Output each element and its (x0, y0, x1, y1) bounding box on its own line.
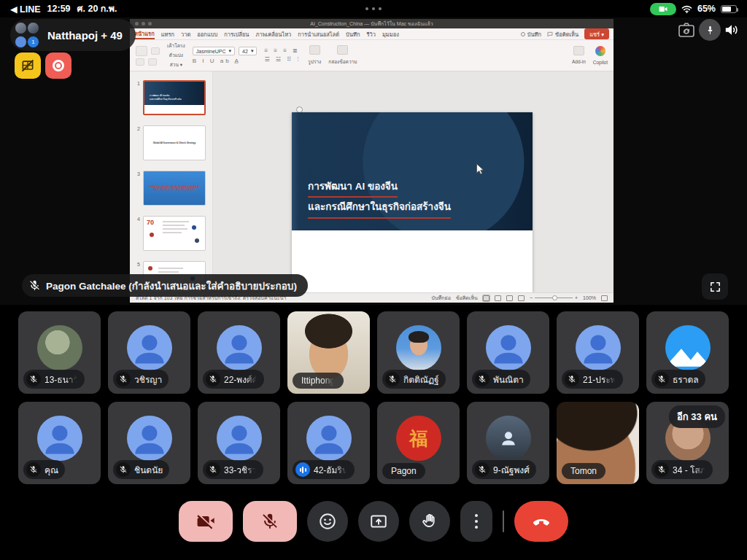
name-pill: 33-วชิรว (203, 460, 263, 479)
participant-avatar (396, 325, 441, 370)
slide-title: การพัฒนา AI ของจีน และกรณีศึกษาในธุรกิจก… (308, 177, 451, 219)
thumbnail-number: 4 (134, 216, 140, 251)
slide-thumbnail[interactable]: 3CHINA'S ECONOMIC DEVELOPMENT DRIVEN BY … (134, 171, 208, 206)
slide-thumbnail[interactable]: 2Global AI Governance & China's Strategy (134, 125, 208, 160)
mic-off-chip (26, 462, 41, 477)
more-participants-badge[interactable]: อีก 33 คน (669, 405, 725, 428)
thumbnail-preview[interactable]: 70 (143, 216, 206, 251)
ppt-record-button[interactable]: บันทึก (527, 30, 541, 39)
thumbnail-number: 1 (134, 80, 140, 115)
thumbnail-preview[interactable]: Global AI Governance & China's Strategy (143, 125, 206, 160)
battery-percent: 65% (697, 4, 716, 14)
annotation-hide-button[interactable] (15, 52, 41, 79)
participant-name: คุณ (44, 463, 58, 477)
participant-avatar (37, 416, 82, 461)
slideshow-view-icon[interactable] (518, 295, 525, 301)
ipad-screen: ◀ LINE 12:59 ศ. 20 ก.พ. 65% AI_Construct… (0, 0, 747, 560)
window-controls-icon[interactable] (135, 22, 152, 26)
participant-tile[interactable]: 33-วชิรว (198, 402, 280, 484)
paragraph-group[interactable]: ≡ ≡ ≡ ≣ ☰ ☱ ⠿ ⫶ (264, 47, 301, 63)
camera-off-button[interactable] (179, 501, 233, 542)
normal-view-icon[interactable] (483, 295, 489, 301)
camera-flip-button[interactable] (678, 22, 695, 40)
speaker-button[interactable] (724, 23, 740, 39)
ppt-tab-2[interactable]: วาด (181, 30, 190, 39)
slide-thumbnail-panel[interactable]: 1การพัฒนา AI ของจีนและกรณีศึกษาในธุรกิจก… (130, 71, 213, 292)
reactions-button[interactable] (307, 501, 348, 542)
font-style-buttons[interactable]: B I U ab A̲ (193, 58, 258, 64)
person-avatar-icon (127, 416, 172, 461)
ppt-comments-button[interactable]: ข้อคิดเห็น (555, 30, 578, 39)
participant-tile[interactable]: Ittiphong (287, 311, 370, 394)
mic-off-button[interactable] (243, 501, 297, 542)
ppt-ribbon-tabs: หน้าแรกแทรกวาดออกแบบการเปลี่ยนภาพเคลื่อน… (130, 28, 614, 40)
name-pill: 22-พงศ์ศั (203, 370, 264, 389)
participant-tile[interactable]: พันณิตา (467, 311, 549, 394)
participants-pill[interactable]: 1 Natthapoj + 49 (10, 19, 136, 51)
participant-tile[interactable]: 9-ณัฐพงศ์ (467, 402, 549, 484)
present-button[interactable] (358, 501, 399, 542)
slide-thumbnail[interactable]: 470 (134, 216, 208, 251)
zoom-slider[interactable]: −+ (530, 295, 578, 300)
font-name-select[interactable]: JasmineUPC ▾ (193, 47, 235, 55)
participant-tile[interactable]: คุณ (18, 402, 101, 484)
font-group[interactable]: JasmineUPC ▾ 42 ▾ B I U ab A̲ (193, 47, 258, 64)
slides-group[interactable]: เค้าโครง ตัวแบ่ง ส่วน ▾ (167, 42, 185, 69)
notes-toggle[interactable]: บันทึกย่อ (432, 294, 451, 302)
ppt-tab-7[interactable]: บันทึก (346, 30, 360, 39)
end-call-button[interactable] (514, 501, 568, 542)
slide-thumbnail[interactable]: 1การพัฒนา AI ของจีนและกรณีศึกษาในธุรกิจก… (134, 80, 208, 115)
participant-tile[interactable]: 13-ธนาวั (18, 311, 101, 394)
shared-powerpoint-window[interactable]: AI_Construction_China — บันทึกไว้ใน Mac … (130, 19, 614, 303)
participant-avatar: 福 (396, 416, 441, 461)
fullscreen-button[interactable] (702, 273, 728, 300)
fit-slide-icon[interactable] (601, 295, 608, 301)
participant-tile[interactable]: 21-ประพ (557, 311, 639, 394)
font-size-select[interactable]: 42 ▾ (239, 47, 257, 55)
participant-tile[interactable]: Tomon (557, 402, 639, 484)
ppt-tab-4[interactable]: การเปลี่ยน (224, 30, 249, 39)
sorter-view-icon[interactable] (495, 295, 501, 301)
ppt-tab-3[interactable]: ออกแบบ (197, 30, 217, 39)
reading-view-icon[interactable] (506, 295, 513, 301)
participant-tile[interactable]: 22-พงศ์ศั (198, 311, 280, 394)
more-options-button[interactable] (460, 501, 492, 542)
name-pill: วชิรญา (113, 370, 169, 389)
thumbnail-preview[interactable]: การพัฒนา AI ของจีนและกรณีศึกษาในธุรกิจก่… (143, 80, 206, 115)
ppt-tab-0[interactable]: หน้าแรก (134, 29, 155, 39)
copilot-group[interactable]: Copilot (593, 46, 608, 65)
ppt-tab-6[interactable]: การนำเสนอสไลด์ (298, 30, 339, 39)
clipboard-group[interactable] (136, 46, 160, 66)
mic-off-chip (654, 372, 669, 386)
participant-name: พันณิตา (493, 373, 524, 386)
comments-toggle[interactable]: ข้อคิดเห็น (456, 294, 478, 302)
back-to-line-link[interactable]: ◀ LINE (10, 4, 41, 15)
ppt-share-button[interactable]: แชร์ ▾ (584, 28, 609, 39)
textbox-group[interactable]: กล่องข้อความ (328, 45, 357, 66)
participant-tile[interactable]: ชินดนัย (108, 402, 190, 484)
addin-group[interactable]: Add-in (572, 46, 586, 64)
raise-hand-button[interactable] (409, 501, 450, 542)
ppt-tab-5[interactable]: ภาพเคลื่อนไหว (255, 30, 291, 39)
pin-icon (705, 25, 716, 36)
name-pill: ชินดนัย (113, 460, 169, 479)
insert-group[interactable]: รูปร่าง (308, 45, 321, 66)
camera-in-use-indicator[interactable] (650, 3, 676, 15)
participant-tile[interactable]: 福Pagon (377, 402, 460, 484)
mic-off-chip (26, 372, 41, 386)
thumbnail-preview[interactable]: CHINA'S ECONOMIC DEVELOPMENT DRIVEN BY H… (143, 171, 206, 206)
participant-tile[interactable]: กิตติณัฏฐ์ (377, 311, 460, 394)
participant-tile[interactable]: 42-อัมริน (287, 402, 370, 484)
participants-label: Natthapoj + 49 (47, 29, 123, 42)
pin-button[interactable] (699, 19, 721, 41)
ppt-tab-9[interactable]: มุมมอง (382, 30, 399, 39)
caption-text: Pagon Gatchalee (กำลังนำเสนอและใส่คำอธิบ… (46, 278, 297, 294)
record-button[interactable] (45, 52, 71, 79)
person-avatar-icon (486, 325, 531, 370)
ppt-tab-1[interactable]: แทรก (161, 30, 174, 39)
participant-tile[interactable]: 34 - โสภอีก 33 คน (646, 402, 729, 484)
participant-tile[interactable]: วชิรญา (108, 311, 190, 394)
ppt-ribbon[interactable]: เค้าโครง ตัวแบ่ง ส่วน ▾ JasmineUPC ▾ 42 … (130, 40, 614, 71)
ppt-tab-8[interactable]: รีวิว (366, 30, 375, 39)
participant-tile[interactable]: ธราดล (646, 311, 729, 394)
